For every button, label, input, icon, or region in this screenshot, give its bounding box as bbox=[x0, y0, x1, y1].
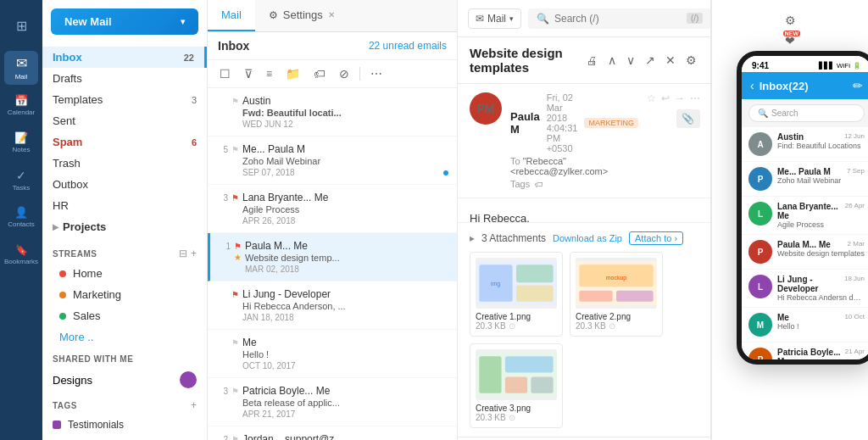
icon-bar: ⊞ ✉ Mail 📅 Calendar 📝 Notes ✓ Tasks 👤 Co… bbox=[0, 0, 42, 440]
attachment-creative1[interactable]: img Creative 1.png 20.3 KB ⊙ bbox=[470, 252, 563, 337]
phone-signals: ▋▋▋ WiFi 🔋 bbox=[819, 62, 861, 70]
mail-list-item-6[interactable]: 3 ⚑ Patricia Boyle... Me Beta release of… bbox=[208, 378, 457, 426]
streams-header: STREAMS ⊟ + bbox=[42, 241, 207, 263]
sidebar-item-trash[interactable]: Trash bbox=[42, 153, 207, 174]
apps-icon-btn[interactable]: ⊞ bbox=[4, 8, 38, 42]
mail-list-item-7[interactable]: 2 ⚑ Jordan... support@z... Chat : Hey Pa… bbox=[208, 426, 457, 440]
star-email-icon[interactable]: ☆ bbox=[647, 92, 656, 104]
tags-header: TAGS + bbox=[42, 393, 207, 415]
mail-item-icons: ⚑ bbox=[231, 387, 239, 396]
attachment-toggle-icon[interactable]: 📎 bbox=[676, 109, 700, 128]
email-header-actions: 🖨 ∧ ∨ ↗ ✕ ⚙ bbox=[585, 52, 698, 69]
phone-mail-item-6[interactable]: P Patricia Boyle... Me 21 Apr Beta relea… bbox=[742, 343, 868, 359]
checkbox-icon[interactable]: ☐ bbox=[216, 65, 234, 82]
attachment-expand-icon[interactable]: ▸ bbox=[470, 232, 475, 244]
more-email-icon[interactable]: ⋯ bbox=[690, 92, 700, 104]
archive-icon[interactable]: ⊘ bbox=[336, 65, 353, 82]
search-input-wrap: 🔍 (/) bbox=[528, 8, 711, 29]
phone-mail-item-4[interactable]: L Li Jung - Developer 18 Jun Hi Rebecca … bbox=[742, 270, 868, 308]
phone-mail-from-5: Me bbox=[777, 313, 789, 322]
mail-item-num: 3 bbox=[216, 193, 228, 203]
sidebar-item-sent[interactable]: Sent bbox=[42, 110, 207, 131]
sidebar-item-drafts[interactable]: Drafts bbox=[42, 68, 207, 89]
attachment-creative3[interactable]: Creative 3.png 20.3 KB ⊙ bbox=[470, 343, 563, 428]
reply-email-icon[interactable]: ↩ bbox=[661, 92, 670, 104]
tags-add-email-icon[interactable]: 🏷 bbox=[535, 180, 543, 189]
phone-mail-item-1[interactable]: P Me... Paula M 7 Sep Zoho Mail Webinar bbox=[742, 162, 868, 197]
sidebar-item-spam[interactable]: Spam 6 bbox=[42, 131, 207, 153]
mail-item-from: Me bbox=[242, 337, 448, 348]
close-email-icon[interactable]: ✕ bbox=[664, 52, 677, 69]
prev-email-icon[interactable]: ∧ bbox=[606, 52, 618, 69]
phone-edit-icon[interactable]: ✏ bbox=[853, 79, 863, 92]
attachment-copy-icon-2[interactable]: ⊙ bbox=[609, 321, 615, 331]
calendar-icon-btn[interactable]: 📅 Calendar bbox=[4, 88, 38, 122]
sidebar-item-outbox[interactable]: Outbox bbox=[42, 174, 207, 195]
stream-marketing[interactable]: Marketing bbox=[42, 284, 207, 305]
more-actions-icon[interactable]: ⋯ bbox=[367, 65, 386, 82]
mail-list-item-3[interactable]: 1 ⚑ ★ Paula M... Me Website design temp.… bbox=[208, 233, 457, 281]
phone-search-input[interactable]: 🔍 Search bbox=[748, 104, 865, 122]
mail-item-subject: Website design temp... bbox=[245, 253, 448, 263]
next-email-icon[interactable]: ∨ bbox=[625, 52, 637, 69]
tag-icon[interactable]: 🏷 bbox=[310, 65, 329, 82]
phone-mail-item-3[interactable]: P Paula M... Me 2 Mar Website design tem… bbox=[742, 235, 868, 270]
phone-search: 🔍 Search bbox=[742, 99, 868, 127]
mail-list-item-5[interactable]: ⚑ Me Hello ! OCT 10, 2017 bbox=[208, 330, 457, 378]
mail-list-item-4[interactable]: ⚑ Li Jung - Developer Hi Rebecca Anderso… bbox=[208, 281, 457, 330]
sort-icon[interactable]: ≡ bbox=[263, 66, 275, 81]
tags-add-icon[interactable]: + bbox=[191, 399, 197, 411]
svg-text:mockup: mockup bbox=[606, 275, 627, 281]
print-icon[interactable]: 🖨 bbox=[585, 53, 599, 69]
tab-settings-close-icon[interactable]: ✕ bbox=[328, 10, 335, 19]
phone-back-icon[interactable]: ‹ bbox=[750, 79, 754, 92]
stream-home[interactable]: Home bbox=[42, 263, 207, 284]
attachment-creative2[interactable]: mockup Creative 2.png 20.3 KB ⊙ bbox=[570, 252, 663, 337]
tab-settings[interactable]: ⚙ Settings ✕ bbox=[255, 0, 348, 31]
right-panel-icon-1[interactable]: ⚙ bbox=[785, 14, 796, 27]
folder-move-icon[interactable]: 📁 bbox=[282, 65, 303, 82]
phone-mail-item-5[interactable]: M Me 10 Oct Hello ! bbox=[742, 308, 868, 343]
new-mail-button[interactable]: New Mail ▾ bbox=[51, 8, 198, 35]
phone-avatar-2: L bbox=[748, 202, 772, 226]
tag-feature-comments[interactable]: Feature Comments bbox=[42, 435, 207, 440]
search-scope-selector[interactable]: ✉ Mail ▾ bbox=[468, 8, 521, 29]
stream-sales[interactable]: Sales bbox=[42, 305, 207, 326]
phone-mail-item-0[interactable]: A Austin 12 Jun Find: Beautiful Location… bbox=[742, 127, 868, 162]
settings-email-icon[interactable]: ⚙ bbox=[684, 52, 698, 69]
stream-more[interactable]: More .. bbox=[42, 326, 207, 348]
streams-filter-icon[interactable]: ⊟ bbox=[179, 248, 187, 259]
mail-icon-btn[interactable]: ✉ Mail bbox=[4, 51, 38, 85]
attachment-copy-icon-3[interactable]: ⊙ bbox=[509, 413, 515, 422]
folders-section: Inbox 22 Drafts Templates 3 Sent Spam 6 … bbox=[42, 43, 207, 241]
bookmarks-icon-btn[interactable]: 🔖 Bookmarks bbox=[4, 237, 38, 271]
search-input[interactable] bbox=[554, 13, 682, 25]
sidebar-item-hr[interactable]: HR bbox=[42, 195, 207, 216]
mail-item-content: Me... Paula M Zoho Mail Webinar SEP 07, … bbox=[242, 143, 448, 177]
download-zip-btn[interactable]: Download as Zip bbox=[553, 233, 622, 243]
expand-icon[interactable]: ↗ bbox=[643, 52, 657, 69]
templates-label: Templates bbox=[53, 93, 188, 106]
notes-icon-btn[interactable]: 📝 Notes bbox=[4, 125, 38, 159]
mail-list-item-0[interactable]: ⚑ Austin Fwd: Beautiful locati... WED JU… bbox=[208, 88, 457, 136]
right-panel-icon-2[interactable]: ❤ NEW bbox=[785, 34, 795, 47]
phone-mail-subject-0: Find: Beautiful Locations bbox=[777, 142, 865, 150]
attach-to-btn[interactable]: Attach to › bbox=[629, 231, 683, 245]
tasks-icon-btn[interactable]: ✓ Tasks bbox=[4, 163, 38, 197]
bookmarks-icon-label: Bookmarks bbox=[4, 258, 38, 265]
sidebar-item-projects[interactable]: ▶ Projects bbox=[42, 216, 207, 237]
mail-list-item-2[interactable]: 3 ⚑ Lana Bryante... Me Agile Process APR… bbox=[208, 185, 457, 233]
phone-mail-item-2[interactable]: L Lana Bryante... Me 26 Apr Agile Proces… bbox=[742, 197, 868, 235]
tab-mail-label: Mail bbox=[221, 8, 242, 21]
streams-add-icon[interactable]: + bbox=[191, 248, 197, 259]
shared-designs[interactable]: Designs bbox=[42, 367, 207, 393]
tag-testimonials[interactable]: Testimonials bbox=[42, 415, 207, 435]
attachment-copy-icon-1[interactable]: ⊙ bbox=[509, 321, 515, 331]
contacts-icon-btn[interactable]: 👤 Contacts bbox=[4, 200, 38, 234]
sidebar-item-inbox[interactable]: Inbox 22 bbox=[42, 47, 207, 68]
mail-list-item-1[interactable]: 5 ⚑ Me... Paula M Zoho Mail Webinar SEP … bbox=[208, 136, 457, 185]
filter-icon[interactable]: ⊽ bbox=[241, 65, 256, 82]
forward-email-icon[interactable]: → bbox=[675, 92, 685, 104]
sidebar-item-templates[interactable]: Templates 3 bbox=[42, 89, 207, 110]
tab-mail[interactable]: Mail bbox=[208, 0, 255, 31]
